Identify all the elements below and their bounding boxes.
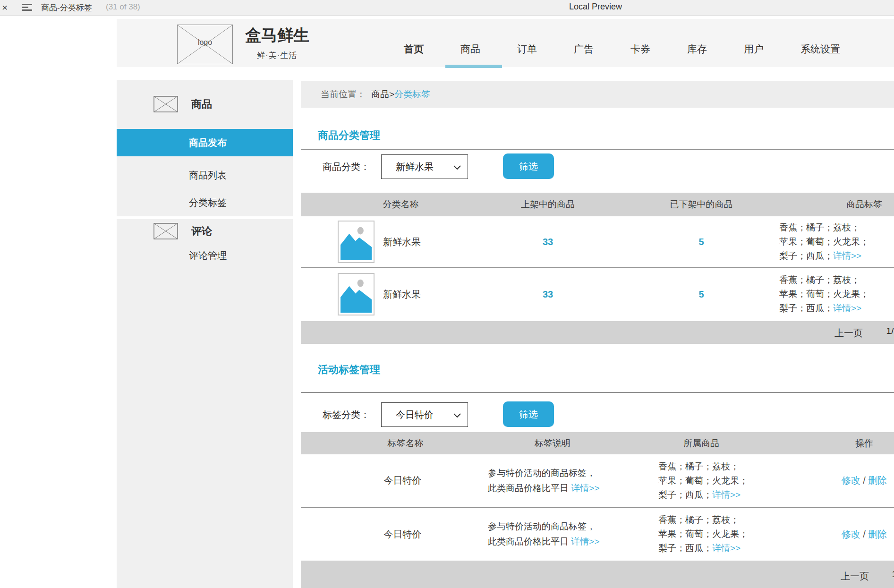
col-header-on-shelf: 上架中的商品 (472, 198, 623, 211)
off-shelf-count-link[interactable]: 5 (698, 237, 704, 247)
image-placeholder-icon (153, 96, 178, 112)
tags-line: 香蕉；橘子；荔枝； (779, 275, 860, 285)
table-row: 今日特价 参与特价活动的商品标签， 此类商品价格比平日 详情>> 香蕉；橘子；荔… (301, 508, 894, 561)
tag-table-header: 标签名称 标签说明 所属商品 操作 (301, 432, 894, 454)
delete-link[interactable]: 删除 (868, 475, 887, 486)
sidebar-products-section: 商品 商品发布 商品列表 分类标签 (117, 80, 293, 216)
nav-item-orders[interactable]: 订单 (517, 43, 537, 56)
category-section-title: 商品分类管理 (318, 128, 380, 143)
tags-line: 梨子；西瓜； (779, 303, 833, 313)
tag-table: 标签名称 标签说明 所属商品 操作 今日特价 参与特价活动的商品标签， 此类商品… (301, 432, 894, 561)
site-header: logo 盒马鲜生 鲜·美·生活 首页 商品 订单 广告 卡券 库存 用户 系统… (117, 19, 894, 67)
col-header-off-shelf: 已下架中的商品 (623, 198, 779, 211)
desc-line: 参与特价活动的商品标签， (488, 468, 596, 478)
off-shelf-count-link[interactable]: 5 (698, 289, 704, 299)
pages-menu-icon[interactable] (22, 4, 33, 12)
preview-label: Local Preview (569, 2, 622, 12)
tag-products-cell: 香蕉；橘子；荔枝； 苹果；葡萄；火龙果； 梨子；西瓜；详情>> (623, 460, 779, 502)
tag-desc-cell: 参与特价活动的商品标签， 此类商品价格比平日 详情>> (482, 466, 623, 496)
delete-link[interactable]: 删除 (868, 529, 887, 539)
tag-filter-label: 标签分类： (323, 409, 370, 421)
product-tags-cell: 香蕉；橘子；荔枝； 苹果；葡萄；火龙果； 梨子；西瓜；详情>> (779, 221, 894, 263)
tag-products-cell: 香蕉；橘子；荔枝； 苹果；葡萄；火龙果； 梨子；西瓜；详情>> (623, 513, 779, 555)
sidebar-section-comments: 评论 (153, 223, 212, 239)
product-tags-cell: 香蕉；橘子；荔枝； 苹果；葡萄；火龙果； 梨子；西瓜；详情>> (779, 273, 894, 315)
breadcrumb-current-link[interactable]: 分类标签 (394, 88, 430, 101)
local-preview-window: × 商品-分类标签 (31 of 38) Local Preview logo … (0, 0, 894, 588)
chevron-down-icon (453, 163, 461, 172)
nav-item-inventory[interactable]: 库存 (687, 43, 707, 56)
breadcrumb-parent: 商品 (371, 88, 389, 101)
on-shelf-count-link[interactable]: 33 (543, 237, 553, 247)
tag-desc-cell: 参与特价活动的商品标签， 此类商品价格比平日 详情>> (482, 519, 623, 549)
tag-name: 今日特价 (301, 528, 482, 541)
category-name: 新鲜水果 (383, 236, 421, 248)
modify-link[interactable]: 修改 (842, 529, 860, 539)
photo-icon (338, 221, 375, 263)
brand-slogan: 鲜·美·生活 (257, 50, 297, 61)
prev-page-button[interactable]: 上一页 (834, 327, 863, 340)
chevron-down-icon (453, 411, 461, 420)
products-line: 香蕉；橘子；荔枝； (658, 461, 739, 471)
detail-link[interactable]: 详情>> (712, 490, 741, 500)
table-row: 新鲜水果 33 5 香蕉；橘子；荔枝； 苹果；葡萄；火龙果； 梨子；西瓜；详情>… (301, 216, 894, 268)
tag-select-value: 今日特价 (396, 409, 434, 421)
category-filter-button[interactable]: 筛选 (503, 153, 554, 179)
breadcrumb-separator: > (389, 89, 394, 100)
breadcrumb: 当前位置： 商品 > 分类标签 (301, 81, 894, 108)
nav-item-users[interactable]: 用户 (744, 43, 764, 56)
sidebar-item-label: 分类标签 (189, 196, 227, 209)
nav-item-ads[interactable]: 广告 (574, 43, 594, 56)
divider (301, 392, 894, 393)
preview-toolbar: × 商品-分类标签 (31 of 38) Local Preview (0, 0, 894, 16)
main-nav: 首页 商品 订单 广告 卡券 库存 用户 系统设置 (404, 43, 840, 56)
modify-link[interactable]: 修改 (842, 475, 860, 486)
sidebar-comments-section: 评论 评论管理 (117, 219, 293, 588)
photo-icon (338, 273, 375, 315)
products-line: 苹果；葡萄；火龙果； (658, 529, 748, 539)
category-filter-row: 商品分类： 新鲜水果 筛选 (301, 153, 894, 180)
col-header-tag-name: 标签名称 (301, 437, 482, 450)
sidebar-item-category-tags[interactable]: 分类标签 (117, 189, 293, 216)
nav-item-settings[interactable]: 系统设置 (800, 43, 840, 56)
detail-link[interactable]: 详情>> (571, 537, 599, 546)
brand-name: 盒马鲜生 (245, 25, 309, 46)
on-shelf-count-link[interactable]: 33 (543, 289, 553, 299)
logo-placeholder: logo (177, 25, 233, 64)
detail-link[interactable]: 详情>> (712, 543, 741, 553)
sidebar-item-label: 商品发布 (189, 136, 227, 149)
col-header-category-name: 分类名称 (301, 198, 472, 211)
category-select[interactable]: 新鲜水果 (381, 154, 468, 179)
sidebar-item-comment-management[interactable]: 评论管理 (117, 242, 293, 269)
close-icon[interactable]: × (2, 1, 8, 14)
tag-filter-button[interactable]: 筛选 (503, 401, 554, 427)
breadcrumb-label: 当前位置： (321, 88, 366, 101)
detail-link[interactable]: 详情>> (833, 303, 861, 313)
col-header-tag-products: 所属商品 (623, 437, 779, 450)
nav-item-products[interactable]: 商品 (460, 43, 480, 56)
tag-select[interactable]: 今日特价 (381, 402, 468, 427)
sidebar-section-title: 商品 (191, 97, 212, 111)
sidebar-section-title: 评论 (191, 224, 212, 239)
table-row: 今日特价 参与特价活动的商品标签， 此类商品价格比平日 详情>> 香蕉；橘子；荔… (301, 454, 894, 508)
sidebar-item-label: 商品列表 (189, 169, 227, 182)
category-name: 新鲜水果 (383, 288, 421, 301)
prev-page-button[interactable]: 上一页 (841, 570, 869, 583)
products-line: 香蕉；橘子；荔枝； (658, 515, 739, 525)
detail-link[interactable]: 详情>> (571, 483, 599, 493)
tags-line: 苹果；葡萄；火龙果； (779, 289, 869, 299)
detail-link[interactable]: 详情>> (833, 251, 861, 261)
page-title: 商品-分类标签 (41, 2, 92, 13)
sidebar-item-label: 评论管理 (189, 249, 227, 262)
nav-item-home[interactable]: 首页 (404, 43, 424, 56)
sidebar-item-product-publish[interactable]: 商品发布 (117, 129, 293, 156)
col-header-actions: 操作 (779, 437, 894, 450)
products-line: 苹果；葡萄；火龙果； (658, 476, 748, 486)
tag-name: 今日特价 (301, 474, 482, 487)
category-pagination-bar: 上一页 1/2 (301, 321, 894, 344)
table-row: 新鲜水果 33 5 香蕉；橘子；荔枝； 苹果；葡萄；火龙果； 梨子；西瓜；详情>… (301, 268, 894, 320)
sidebar-item-product-list[interactable]: 商品列表 (117, 162, 293, 189)
tag-pagination-bar: 上一页 1/2 (301, 561, 894, 588)
nav-item-coupons[interactable]: 卡券 (630, 43, 650, 56)
nav-active-underline (445, 65, 502, 68)
